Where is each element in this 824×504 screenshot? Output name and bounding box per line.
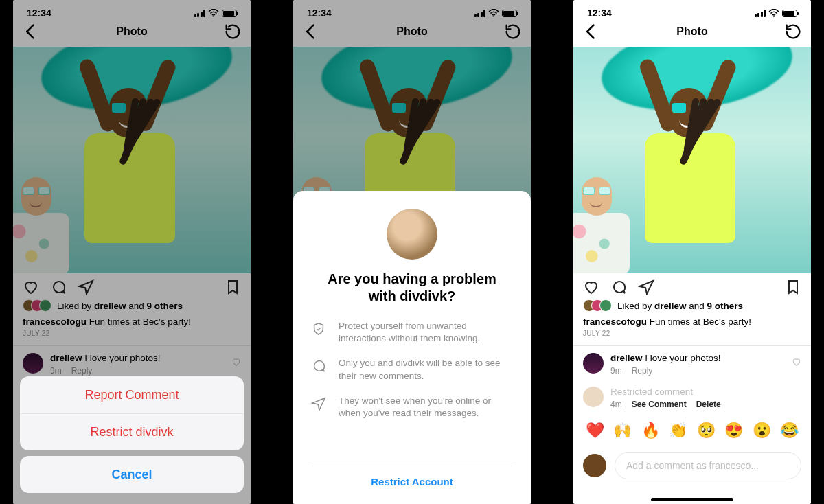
emoji-button[interactable]: 😍 <box>724 422 743 439</box>
likes-row[interactable]: Liked by drellew and 9 others <box>13 298 251 313</box>
avatar[interactable] <box>583 387 604 407</box>
report-comment-button[interactable]: Report Comment <box>20 376 244 413</box>
svg-point-1 <box>493 15 494 16</box>
emoji-button[interactable]: 👏 <box>669 422 687 439</box>
back-icon[interactable] <box>301 22 321 41</box>
battery-icon <box>782 10 797 17</box>
delete-comment-button[interactable]: Delete <box>696 400 721 409</box>
restricted-label: Restricted comment <box>610 387 693 397</box>
liker-avatars <box>23 299 52 312</box>
post-actions <box>573 273 811 298</box>
restrict-title: Are you having a problem with divdivk? <box>318 271 506 305</box>
add-comment-input[interactable]: Add a comment as francesco... <box>615 452 801 479</box>
phone-3: 12:34 Photo Liked by drellew and 9 other… <box>573 0 811 504</box>
nav-bar: Photo <box>13 16 251 47</box>
nav-bar: Photo <box>293 16 531 47</box>
post-date: JULY 22 <box>573 330 811 344</box>
battery-icon <box>222 10 237 17</box>
page-title: Photo <box>676 25 707 38</box>
emoji-quickbar: ❤️ 🙌 🔥 👏 🥺 😍 😮 😂 <box>573 415 811 446</box>
post-caption: francescofogu Fun times at Bec's party! <box>573 313 811 330</box>
comment-icon[interactable] <box>50 279 67 295</box>
page-title: Photo <box>116 25 147 38</box>
status-time: 12:34 <box>27 8 52 19</box>
restrict-account-button[interactable]: Restrict Account <box>311 466 513 492</box>
phone-1: 12:34 Photo Liked by drellew and 9 other… <box>13 0 251 504</box>
bookmark-icon[interactable] <box>225 279 241 295</box>
emoji-button[interactable]: 🔥 <box>641 422 660 439</box>
restrict-user-button[interactable]: Restrict divdivk <box>20 413 244 450</box>
history-icon[interactable] <box>223 22 242 41</box>
comment-bubble-icon <box>311 358 326 374</box>
status-bar: 12:34 <box>13 0 251 16</box>
home-indicator[interactable] <box>651 498 733 501</box>
restrict-sheet: Are you having a problem with divdivk? P… <box>293 191 531 504</box>
history-icon[interactable] <box>783 22 803 41</box>
like-comment-icon[interactable] <box>231 357 241 367</box>
back-icon[interactable] <box>582 22 601 41</box>
emoji-button[interactable]: 🙌 <box>613 422 632 439</box>
phone-2: 12:34 Photo Are you having a problem wit… <box>293 0 531 504</box>
battery-icon <box>502 10 517 17</box>
share-icon[interactable] <box>78 279 94 295</box>
emoji-button[interactable]: 😮 <box>753 422 771 439</box>
nav-bar: Photo <box>573 16 811 47</box>
wifi-icon <box>208 9 219 17</box>
see-comment-button[interactable]: See Comment <box>632 400 687 409</box>
emoji-button[interactable]: 😂 <box>780 422 799 439</box>
likes-row[interactable]: Liked by drellew and 9 others <box>573 298 811 313</box>
like-comment-icon[interactable] <box>792 357 801 367</box>
add-comment-row: Add a comment as francesco... <box>573 446 811 486</box>
comment-icon[interactable] <box>610 279 627 295</box>
post-photo[interactable] <box>13 47 251 273</box>
signal-icon <box>194 10 206 17</box>
bookmark-icon[interactable] <box>785 279 801 295</box>
comment-row[interactable]: drellew I love your photos! 9mReply <box>573 347 811 381</box>
post-date: JULY 22 <box>13 330 251 344</box>
restrict-user-avatar <box>387 209 437 260</box>
avatar[interactable] <box>583 353 604 374</box>
liker-avatars <box>583 299 612 312</box>
post-actions <box>13 273 251 298</box>
status-time: 12:34 <box>307 8 332 19</box>
post-photo[interactable] <box>573 47 811 273</box>
post-caption: francescofogu Fun times at Bec's party! <box>13 313 251 330</box>
my-avatar[interactable] <box>583 454 606 477</box>
restricted-comment-row[interactable]: Restricted comment 4m See Comment Delete <box>573 381 811 415</box>
signal-icon <box>755 10 766 17</box>
emoji-button[interactable]: 🥺 <box>697 422 716 439</box>
action-sheet: Report Comment Restrict divdivk Cancel <box>20 376 244 499</box>
emoji-button[interactable]: ❤️ <box>586 422 604 439</box>
back-icon[interactable] <box>21 22 41 41</box>
shield-icon <box>311 321 326 336</box>
like-icon[interactable] <box>583 279 599 295</box>
cancel-button[interactable]: Cancel <box>20 456 244 493</box>
svg-point-0 <box>213 15 214 16</box>
wifi-icon <box>488 9 499 17</box>
avatar[interactable] <box>23 353 43 374</box>
send-icon <box>311 396 326 411</box>
status-bar: 12:34 <box>573 0 811 16</box>
reply-button[interactable]: Reply <box>632 366 653 376</box>
reply-button[interactable]: Reply <box>71 366 93 376</box>
status-bar: 12:34 <box>293 0 531 16</box>
signal-icon <box>474 10 486 17</box>
page-title: Photo <box>396 25 427 38</box>
history-icon[interactable] <box>503 22 523 41</box>
like-icon[interactable] <box>23 279 39 295</box>
share-icon[interactable] <box>638 279 654 295</box>
